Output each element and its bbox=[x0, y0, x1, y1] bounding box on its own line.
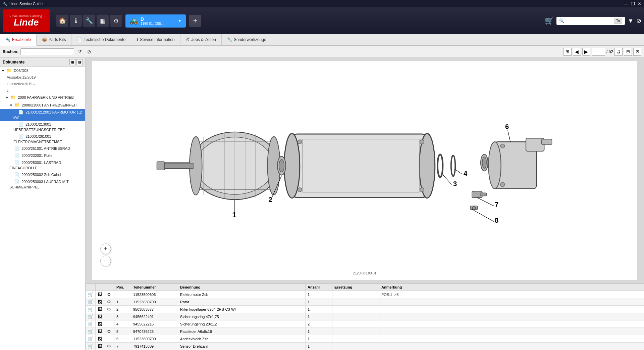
add-tab-button[interactable]: + bbox=[189, 15, 201, 27]
svg-text:6: 6 bbox=[505, 123, 509, 130]
svg-rect-45 bbox=[480, 193, 487, 196]
vehicle-selector[interactable]: 🚜 D 1160-01, D06... ▼ bbox=[125, 14, 186, 28]
table-row: 🛒🖼39456622491Sicherungsring 47x1,751 bbox=[86, 313, 644, 320]
tab-service-info[interactable]: ℹ Service Information bbox=[131, 34, 180, 45]
cell-anmerkung bbox=[379, 335, 644, 343]
filter-icon[interactable]: ▼ bbox=[628, 17, 634, 25]
clear-filter-icon[interactable]: ⊘ bbox=[86, 48, 93, 55]
cell-anmerkung bbox=[379, 343, 644, 350]
tools-icon[interactable]: 🔧 bbox=[83, 15, 95, 27]
action-icon-cart[interactable]: 🛒 bbox=[88, 321, 93, 326]
tree-meta2: Gültikei09/2019 - bbox=[0, 81, 85, 87]
action-icon-image[interactable]: 🖼 bbox=[98, 314, 102, 319]
action-icon-cart[interactable]: 🛒 bbox=[88, 299, 93, 304]
action-icon-settings[interactable]: ⚙ bbox=[107, 344, 111, 349]
filter-toolbar-icon[interactable]: ⧩ bbox=[76, 48, 84, 55]
action-icon-cart[interactable]: 🛒 bbox=[88, 314, 93, 319]
toolbar-right: ⊞ ◀ ▶ 4 / 52 🖨 ⊟ ⊠ bbox=[564, 48, 641, 56]
svg-text:2: 2 bbox=[269, 196, 272, 203]
tree-item-antriebsrad[interactable]: 📄 2000/251001 ANTRIEBSRAD bbox=[0, 145, 85, 152]
ersatzteile-label: Ersatzteile bbox=[12, 37, 31, 42]
tab-parts-kits[interactable]: 📦 Parts Kits bbox=[37, 34, 71, 45]
tab-ersatzteile[interactable]: 🔩 Ersatzteile bbox=[0, 34, 37, 46]
tree-item-getriebe[interactable]: 📄 210001/213001 UEBERSETZUNGSGETRIEBE bbox=[0, 121, 85, 133]
zoom-out-btn[interactable]: − bbox=[100, 256, 111, 266]
tree-item-bremse[interactable]: 📄 210001/261001 ELEKTROMAGNETBREMSE bbox=[0, 133, 85, 145]
expand-all-btn[interactable]: ⊞ bbox=[69, 59, 75, 65]
collapse-all-btn[interactable]: ⊟ bbox=[76, 59, 83, 65]
search-input[interactable] bbox=[20, 48, 74, 55]
tab-tech-dok[interactable]: 📄 Technische Dokumente bbox=[71, 34, 131, 45]
filter-active-icon[interactable]: ⊘ bbox=[636, 17, 641, 25]
action-icon-image[interactable]: 🖼 bbox=[98, 344, 102, 349]
action-icon-settings[interactable]: ⚙ bbox=[107, 307, 111, 312]
home-icon[interactable]: 🏠 bbox=[56, 15, 68, 27]
grid-icon[interactable]: ▦ bbox=[97, 15, 109, 27]
action-icon-image[interactable]: 🖼 bbox=[98, 329, 102, 334]
action-cell-0: 🛒 bbox=[86, 343, 96, 350]
cell-pos bbox=[114, 291, 131, 298]
tree-item-gabel[interactable]: 📄 2000/253002 Zsb.Gabel bbox=[0, 171, 85, 178]
cell-benennung: Sicherungsring 47x1,75 bbox=[178, 313, 306, 320]
action-icon-cart[interactable]: 🛒 bbox=[88, 329, 93, 334]
close-button[interactable]: ✕ bbox=[638, 1, 641, 6]
tree-item-antrieb[interactable]: ▼ 📁 2000/210001 ANTRIEBSEINHEIT bbox=[0, 101, 85, 109]
cell-teilenummer: 9456622491 bbox=[131, 313, 178, 320]
action-icon-cart[interactable]: 🛒 bbox=[88, 292, 93, 297]
settings-icon[interactable]: ⚙ bbox=[110, 15, 122, 27]
full-view-btn[interactable]: ⊠ bbox=[633, 48, 641, 56]
action-icon-image[interactable]: 🖼 bbox=[98, 307, 102, 312]
action-icon-image[interactable]: 🖼 bbox=[98, 292, 102, 297]
cell-anmerkung bbox=[379, 313, 644, 320]
tab-jobs-zeiten[interactable]: ⏱ Jobs & Zeiten bbox=[180, 34, 222, 45]
print-btn[interactable]: 🖨 bbox=[614, 48, 623, 56]
tree-item-fahrmotor[interactable]: 📄 210001/212001 FAHRMOTOR 1,2 kW bbox=[0, 109, 85, 121]
minimize-button[interactable]: — bbox=[624, 1, 628, 6]
brand-logo: Linde Material Handling Linde bbox=[3, 9, 50, 32]
to-button[interactable]: To bbox=[614, 18, 623, 24]
action-icon-cart[interactable]: 🛒 bbox=[88, 344, 93, 349]
prev-page-btn[interactable]: ◀ bbox=[573, 48, 581, 56]
cell-ersetzung bbox=[332, 328, 379, 335]
col-header-actions2 bbox=[96, 284, 105, 291]
maximize-button[interactable]: ❐ bbox=[631, 1, 635, 6]
cart-icon[interactable]: 🛒 bbox=[545, 16, 554, 25]
action-icon-image[interactable]: 🖼 bbox=[98, 321, 102, 326]
tree-item-lastrad[interactable]: 📄 2000/253001 LASTRAD EINFACHROLLE bbox=[0, 159, 85, 171]
next-page-btn[interactable]: ▶ bbox=[582, 48, 590, 56]
window-controls[interactable]: — ❐ ✕ bbox=[624, 1, 641, 6]
action-cell-1: 🖼 bbox=[96, 320, 105, 328]
action-icon-image[interactable]: 🖼 bbox=[98, 336, 102, 341]
table-row: 🛒🖼⚙29503083677Rillenkugellager 6204-2RS-… bbox=[86, 306, 644, 313]
tree-item-laufrad[interactable]: 📄 2000/253003 LAUFRAD MIT SCHMIERNIPPEL bbox=[0, 178, 85, 190]
search-header-icon: 🔍 bbox=[559, 18, 564, 23]
tree-item-rolle[interactable]: 📄 2000/232001 Rolle bbox=[0, 152, 85, 159]
tree-item-fahrwerk[interactable]: ▼ 📁 2000 FAHRWERK UND ANTRIEB bbox=[0, 94, 85, 101]
svg-text:1: 1 bbox=[232, 211, 236, 219]
folder-fahrwerk-icon: 📁 bbox=[10, 94, 16, 100]
action-icon-settings[interactable]: ⚙ bbox=[107, 329, 111, 334]
zoom-in-btn[interactable]: + bbox=[100, 244, 111, 254]
action-icon-cart[interactable]: 🛒 bbox=[88, 336, 93, 341]
app-icon: 🔧 bbox=[3, 2, 7, 6]
action-icon-settings[interactable]: ⚙ bbox=[107, 292, 111, 297]
action-icon-image[interactable]: 🖼 bbox=[98, 299, 102, 304]
action-icon-settings[interactable]: ⚙ bbox=[107, 299, 111, 304]
tree-item-root[interactable]: ▼ 📁 D06/D08 bbox=[0, 67, 85, 74]
header-search-input[interactable] bbox=[566, 19, 612, 23]
split-view-btn[interactable]: ⊟ bbox=[624, 48, 632, 56]
info-icon[interactable]: ℹ bbox=[70, 15, 82, 27]
col-header-benennung: Benennung bbox=[178, 284, 306, 291]
action-icon-cart[interactable]: 🛒 bbox=[88, 307, 93, 312]
tab-sonderwerkzeuge[interactable]: 🔧 Sonderwerkzeuge bbox=[222, 34, 272, 45]
action-cell-2: ⚙ bbox=[105, 328, 114, 335]
cell-teilenummer: 11523500606 bbox=[131, 291, 178, 298]
page-number-input[interactable]: 4 bbox=[592, 48, 605, 56]
action-cell-1: 🖼 bbox=[96, 306, 105, 313]
table-header-row: Pos. Teilenummer Benennung Anzahl Ersetz… bbox=[86, 284, 644, 291]
cell-ersetzung bbox=[332, 343, 379, 350]
cell-anzahl: 1 bbox=[306, 298, 332, 306]
svg-point-41 bbox=[500, 182, 504, 186]
zoom-controls: + − bbox=[100, 244, 111, 266]
thumbnail-view-btn[interactable]: ⊞ bbox=[564, 48, 572, 56]
